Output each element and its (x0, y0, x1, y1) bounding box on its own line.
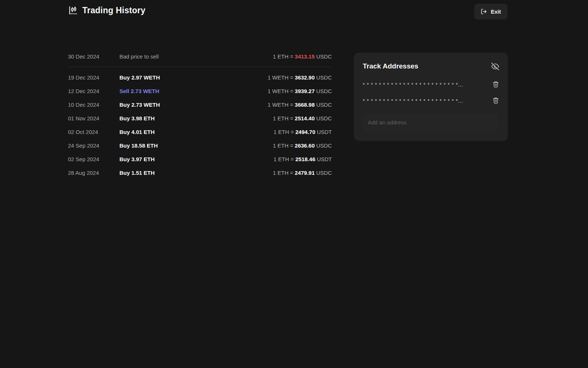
price-currency: USDC (316, 88, 332, 94)
price-prefix: 1 ETH = (273, 115, 293, 121)
price-prefix: 1 ETH = (273, 156, 294, 162)
masked-address: * * * * * * * * * * * * * * * * * * * * … (363, 81, 463, 88)
price-prefix: 1 ETH = (273, 129, 294, 135)
tracked-address-row: * * * * * * * * * * * * * * * * * * * * … (363, 78, 499, 91)
delete-address-button[interactable] (492, 81, 499, 88)
trade-price: 1 ETH = 2636.60 USDC (273, 142, 332, 149)
price-value: 2636.60 (295, 142, 315, 149)
price-currency: USDC (316, 115, 332, 121)
trade-action: Buy 4.01 ETH (119, 129, 273, 135)
price-currency: USDC (316, 53, 332, 60)
trade-row: 24 Sep 2024 Buy 18.58 ETH 1 ETH = 2636.6… (68, 139, 332, 152)
trade-price: 1 ETH = 2479.91 USDC (273, 170, 332, 176)
trade-action: Buy 1.51 ETH (119, 170, 273, 176)
tracked-address-row: * * * * * * * * * * * * * * * * * * * * … (363, 94, 499, 107)
trade-action: Buy 3.97 ETH (119, 156, 273, 162)
price-value: 2514.40 (295, 115, 315, 121)
panel-title: Track Addresses (363, 62, 418, 70)
trade-row: 28 Aug 2024 Buy 1.51 ETH 1 ETH = 2479.91… (68, 166, 332, 180)
trade-price: 1 ETH = 3413.15 USDC (273, 53, 332, 60)
trade-row: 19 Dec 2024 Buy 2.97 WETH 1 WETH = 3632.… (68, 71, 332, 84)
title-wrap: Trading History (68, 6, 146, 15)
exit-button-label: Exit (491, 8, 501, 15)
price-value: 3939.27 (295, 88, 315, 94)
price-prefix: 1 WETH = (268, 74, 293, 81)
trade-action: Buy 2.97 WETH (119, 74, 268, 81)
price-currency: USDC (316, 142, 332, 149)
price-currency: USDC (316, 170, 332, 176)
trade-list: 30 Dec 2024 Bad price to sell 1 ETH = 34… (68, 49, 332, 180)
trade-row: 12 Dec 2024 Sell 2.73 WETH 1 WETH = 3939… (68, 84, 332, 98)
price-currency: USDC (316, 102, 332, 108)
price-currency: USDT (317, 129, 332, 135)
trade-row: 10 Dec 2024 Buy 2.73 WETH 1 WETH = 3668.… (68, 98, 332, 112)
price-value: 3668.98 (295, 102, 315, 108)
delete-address-button[interactable] (492, 97, 499, 104)
price-currency: USDC (316, 74, 332, 81)
exit-button[interactable]: Exit (474, 4, 508, 20)
logout-icon (481, 8, 487, 15)
trade-price: 1 WETH = 3632.90 USDC (268, 74, 332, 81)
price-prefix: 1 ETH = (273, 142, 293, 149)
trade-alert-row: 30 Dec 2024 Bad price to sell 1 ETH = 34… (68, 49, 332, 63)
toggle-visibility-button[interactable] (491, 63, 499, 70)
trade-date: 19 Dec 2024 (68, 74, 119, 81)
divider (68, 67, 332, 67)
price-value: 2494.70 (295, 129, 315, 135)
trade-date: 10 Dec 2024 (68, 102, 119, 108)
trade-row: 01 Nov 2024 Buy 3.98 ETH 1 ETH = 2514.40… (68, 112, 332, 125)
trade-price: 1 WETH = 3939.27 USDC (268, 88, 332, 94)
track-addresses-panel: Track Addresses * * * * * * * * * * * * … (354, 53, 508, 141)
panel-header: Track Addresses (363, 62, 499, 70)
trade-date: 30 Dec 2024 (68, 53, 119, 60)
masked-address: * * * * * * * * * * * * * * * * * * * * … (363, 98, 463, 104)
price-prefix: 1 WETH = (268, 88, 293, 94)
trade-date: 12 Dec 2024 (68, 88, 119, 94)
price-prefix: 1 ETH = (273, 53, 293, 60)
trade-price: 1 ETH = 2494.70 USDT (273, 129, 332, 135)
trade-date: 01 Nov 2024 (68, 115, 119, 121)
trade-row: 02 Oct 2024 Buy 4.01 ETH 1 ETH = 2494.70… (68, 125, 332, 139)
trade-date: 02 Oct 2024 (68, 129, 119, 135)
trade-row: 02 Sep 2024 Buy 3.97 ETH 1 ETH = 2518.46… (68, 152, 332, 166)
price-prefix: 1 WETH = (268, 102, 293, 108)
trade-date: 28 Aug 2024 (68, 170, 119, 176)
price-value: 2518.46 (295, 156, 315, 162)
trade-date: 24 Sep 2024 (68, 142, 119, 149)
candlestick-chart-icon (68, 6, 78, 15)
trash-icon (492, 97, 499, 104)
trade-alert-message: Bad price to sell (119, 53, 273, 60)
price-value: 3632.90 (295, 74, 315, 81)
add-address-input[interactable] (363, 114, 499, 131)
price-prefix: 1 ETH = (273, 170, 293, 176)
price-currency: USDT (317, 156, 332, 162)
price-value: 3413.15 (295, 53, 315, 60)
trade-action: Buy 2.73 WETH (119, 102, 268, 108)
trade-date: 02 Sep 2024 (68, 156, 119, 162)
trade-price: 1 ETH = 2518.46 USDT (273, 156, 332, 162)
trade-action: Buy 18.58 ETH (119, 142, 273, 149)
price-value: 2479.91 (295, 170, 315, 176)
trade-price: 1 WETH = 3668.98 USDC (268, 102, 332, 108)
trade-action: Buy 3.98 ETH (119, 115, 273, 121)
trade-action: Sell 2.73 WETH (119, 88, 268, 94)
page-title: Trading History (82, 6, 146, 15)
eye-off-icon (491, 63, 499, 70)
trash-icon (492, 81, 499, 88)
trade-price: 1 ETH = 2514.40 USDC (273, 115, 332, 121)
